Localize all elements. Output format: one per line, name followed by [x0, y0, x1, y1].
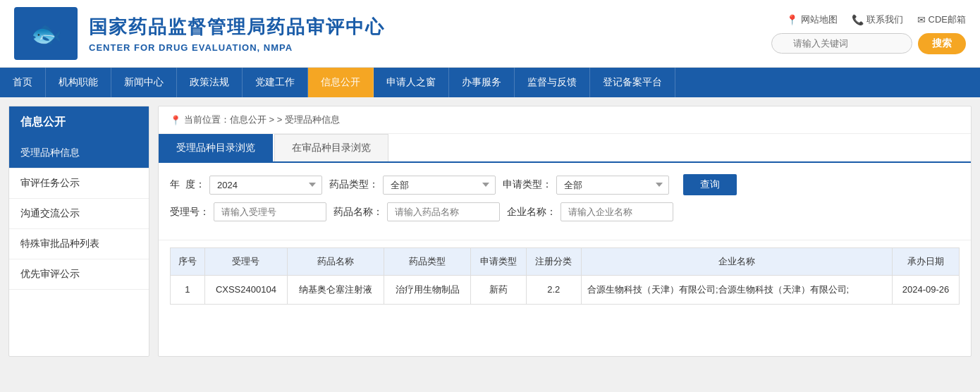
- results-table: 序号 受理号 药品名称 药品类型 申请类型 注册分类 企业名称 承办日期 1 C…: [170, 247, 960, 305]
- search-input[interactable]: [771, 33, 912, 54]
- nav-info[interactable]: 信息公开: [308, 68, 374, 97]
- cell-apply-type: 新药: [471, 276, 526, 305]
- col-drug-name: 药品名称: [287, 248, 384, 276]
- contact-link[interactable]: 📞 联系我们: [852, 13, 903, 26]
- col-company: 企业名称: [581, 248, 892, 276]
- location-icon: 📍: [786, 14, 798, 25]
- email-label: CDE邮箱: [929, 13, 966, 26]
- page-header: 🐟 国家药品监督管理局药品审评中心 CENTER FOR DRUG EVALUA…: [0, 0, 980, 68]
- cell-drug-name: 纳基奥仑塞注射液: [287, 276, 384, 305]
- apply-type-label: 申请类型：: [503, 178, 552, 191]
- company-name-input[interactable]: [561, 202, 673, 221]
- sidebar-item-communication[interactable]: 沟通交流公示: [9, 199, 149, 229]
- apply-type-select[interactable]: 全部 新药 仿制药 进口药: [556, 176, 669, 195]
- tab-review-browse[interactable]: 在审品种目录浏览: [274, 134, 388, 161]
- nav-service[interactable]: 办事服务: [449, 68, 515, 97]
- email-link[interactable]: ✉ CDE邮箱: [917, 13, 966, 26]
- main-nav: 首页 机构职能 新闻中心 政策法规 党建工作 信息公开 申请人之窗 办事服务 监…: [0, 68, 980, 97]
- drug-type-select[interactable]: 全部 化学药 生物制品 中药: [383, 176, 496, 195]
- phone-icon: 📞: [852, 14, 864, 25]
- cell-seq: 1: [171, 276, 205, 305]
- tab-accepted-browse[interactable]: 受理品种目录浏览: [159, 134, 273, 161]
- breadcrumb-icon: 📍: [170, 115, 181, 125]
- receipt-no-group: 受理号：: [170, 202, 326, 221]
- header-links: 📍 网站地图 📞 联系我们 ✉ CDE邮箱: [786, 13, 966, 26]
- nav-party[interactable]: 党建工作: [243, 68, 308, 97]
- nav-home[interactable]: 首页: [0, 68, 46, 97]
- drug-type-group: 药品类型： 全部 化学药 生物制品 中药: [329, 176, 496, 195]
- drug-type-label: 药品类型：: [329, 178, 379, 191]
- col-apply-type: 申请类型: [471, 248, 526, 276]
- logo-en-text: CENTER FOR DRUG EVALUATION, NMPA: [89, 42, 385, 53]
- company-name-group: 企业名称：: [507, 202, 673, 221]
- cell-drug-type: 治疗用生物制品: [384, 276, 471, 305]
- nav-register[interactable]: 登记备案平台: [590, 68, 675, 97]
- content-wrapper: 信息公开 受理品种信息 审评任务公示 沟通交流公示 特殊审批品种列表 优先审评公…: [0, 97, 980, 365]
- receipt-no-input[interactable]: [214, 202, 326, 221]
- email-icon: ✉: [917, 14, 926, 25]
- filter-area: 年 度： 2024 2023 2022 2021 2020 药品类型： 全部 化…: [159, 163, 971, 240]
- filter-row-1: 年 度： 2024 2023 2022 2021 2020 药品类型： 全部 化…: [170, 174, 960, 195]
- search-bar: 🔍 搜索: [771, 33, 966, 54]
- nav-supervision[interactable]: 监督与反馈: [515, 68, 590, 97]
- query-button[interactable]: 查询: [683, 174, 737, 195]
- sitemap-label: 网站地图: [801, 13, 838, 26]
- sidebar: 信息公开 受理品种信息 审评任务公示 沟通交流公示 特殊审批品种列表 优先审评公…: [8, 106, 149, 357]
- year-label: 年 度：: [170, 178, 205, 191]
- cell-company: 合源生物科技（天津）有限公司;合源生物科技（天津）有限公司;: [581, 276, 892, 305]
- drug-name-label: 药品名称：: [333, 206, 383, 219]
- contact-label: 联系我们: [866, 13, 903, 26]
- nav-policy[interactable]: 政策法规: [177, 68, 243, 97]
- breadcrumb-text: 当前位置：信息公开 > > 受理品种信息: [184, 114, 340, 126]
- header-left: 🐟 国家药品监督管理局药品审评中心 CENTER FOR DRUG EVALUA…: [14, 7, 385, 60]
- col-seq: 序号: [171, 248, 205, 276]
- table-header-row: 序号 受理号 药品名称 药品类型 申请类型 注册分类 企业名称 承办日期: [171, 248, 960, 276]
- sidebar-item-review-tasks[interactable]: 审评任务公示: [9, 169, 149, 199]
- nav-org[interactable]: 机构职能: [46, 68, 111, 97]
- year-select[interactable]: 2024 2023 2022 2021 2020: [209, 176, 322, 195]
- filter-row-2: 受理号： 药品名称： 企业名称：: [170, 202, 960, 221]
- cell-receipt-no: CXSS2400104: [204, 276, 287, 305]
- col-receipt: 受理号: [204, 248, 287, 276]
- sidebar-title: 信息公开: [9, 106, 149, 138]
- sidebar-item-special-review[interactable]: 特殊审批品种列表: [9, 229, 149, 259]
- search-button[interactable]: 搜索: [918, 33, 966, 54]
- sitemap-link[interactable]: 📍 网站地图: [786, 13, 838, 26]
- cell-date: 2024-09-26: [893, 276, 960, 305]
- logo-cn-text: 国家药品监督管理局药品审评中心: [89, 15, 385, 39]
- col-date: 承办日期: [893, 248, 960, 276]
- drug-name-input[interactable]: [387, 202, 500, 221]
- logo-fish-icon: 🐟: [30, 19, 62, 49]
- main-content: 📍 当前位置：信息公开 > > 受理品种信息 受理品种目录浏览 在审品种目录浏览…: [158, 106, 972, 357]
- header-right: 📍 网站地图 📞 联系我们 ✉ CDE邮箱 🔍 搜索: [771, 13, 966, 54]
- table-row: 1 CXSS2400104 纳基奥仑塞注射液 治疗用生物制品 新药 2.2 合源…: [171, 276, 960, 305]
- table-area: 序号 受理号 药品名称 药品类型 申请类型 注册分类 企业名称 承办日期 1 C…: [159, 247, 971, 316]
- search-wrapper: 🔍: [771, 33, 912, 54]
- nav-news[interactable]: 新闻中心: [111, 68, 177, 97]
- apply-type-group: 申请类型： 全部 新药 仿制药 进口药: [503, 176, 669, 195]
- company-name-label: 企业名称：: [507, 206, 556, 219]
- drug-name-group: 药品名称：: [333, 202, 500, 221]
- col-drug-type: 药品类型: [384, 248, 471, 276]
- sidebar-item-priority-review[interactable]: 优先审评公示: [9, 259, 149, 290]
- col-reg-class: 注册分类: [526, 248, 581, 276]
- tabs: 受理品种目录浏览 在审品种目录浏览: [159, 134, 971, 163]
- breadcrumb: 📍 当前位置：信息公开 > > 受理品种信息: [159, 106, 971, 134]
- receipt-no-label: 受理号：: [170, 206, 209, 219]
- logo-box: 🐟: [14, 7, 78, 60]
- sidebar-item-accepted[interactable]: 受理品种信息: [9, 138, 149, 169]
- cell-reg-class: 2.2: [526, 276, 581, 305]
- year-group: 年 度： 2024 2023 2022 2021 2020: [170, 176, 322, 195]
- nav-applicant[interactable]: 申请人之窗: [374, 68, 449, 97]
- logo-text: 国家药品监督管理局药品审评中心 CENTER FOR DRUG EVALUATI…: [89, 15, 385, 53]
